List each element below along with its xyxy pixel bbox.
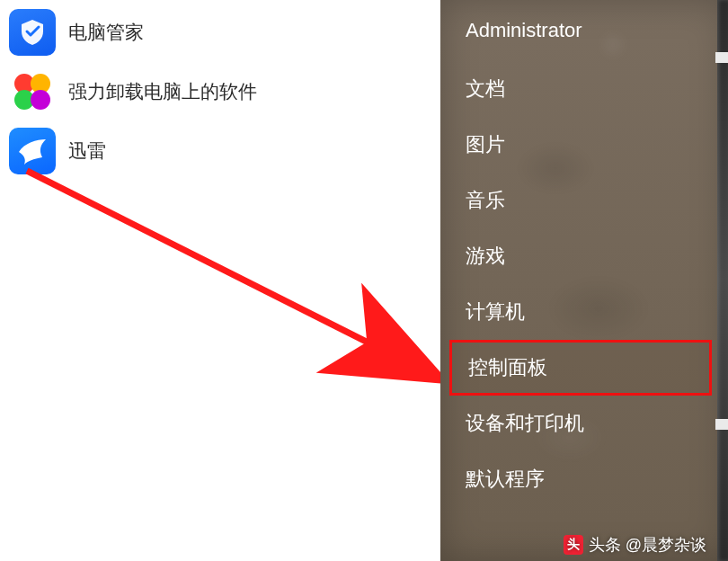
menu-item-games[interactable]: 游戏 [449,228,712,284]
watermark-text: 头条 @晨梦杂谈 [589,534,706,556]
svg-point-3 [31,90,50,110]
menu-item-label: 文档 [466,76,505,102]
screen-edge-strip [717,0,728,561]
start-menu-programs-pane: 电脑管家 强力卸载电脑上的软件 迅雷 [0,0,440,561]
menu-item-default-programs[interactable]: 默认程序 [449,451,712,507]
menu-item-documents[interactable]: 文档 [449,61,712,117]
menu-item-computer[interactable]: 计算机 [449,284,712,340]
petals-icon [9,68,56,115]
menu-item-label: 计算机 [466,298,525,325]
menu-item-music[interactable]: 音乐 [449,173,712,228]
bird-icon [9,128,56,174]
program-label: 电脑管家 [68,20,144,45]
menu-item-label: Administrator [466,19,582,42]
program-label: 迅雷 [68,138,106,164]
start-menu-right-pane: Administrator 文档 图片 音乐 游戏 计算机 控制面板 设备和打印… [440,0,728,561]
menu-item-label: 音乐 [466,187,505,214]
menu-item-control-panel[interactable]: 控制面板 [449,340,712,396]
menu-item-label: 游戏 [466,243,505,270]
menu-item-devices-printers[interactable]: 设备和打印机 [449,396,712,451]
edge-notch [715,52,728,63]
menu-item-pictures[interactable]: 图片 [449,117,712,173]
edge-notch [715,419,728,430]
menu-item-label: 图片 [466,131,505,158]
menu-item-administrator[interactable]: Administrator [449,0,712,61]
program-item-xunlei[interactable]: 迅雷 [9,124,440,178]
program-item-pc-manager[interactable]: 电脑管家 [9,5,440,59]
menu-item-label: 设备和打印机 [466,410,584,437]
menu-item-label: 控制面板 [468,354,547,381]
shield-icon [9,9,56,56]
program-label: 强力卸载电脑上的软件 [68,79,257,104]
menu-item-label: 默认程序 [466,466,545,493]
watermark: 头 头条 @晨梦杂谈 [564,534,706,556]
watermark-badge-icon: 头 [564,535,583,555]
program-item-uninstaller[interactable]: 强力卸载电脑上的软件 [9,65,440,119]
